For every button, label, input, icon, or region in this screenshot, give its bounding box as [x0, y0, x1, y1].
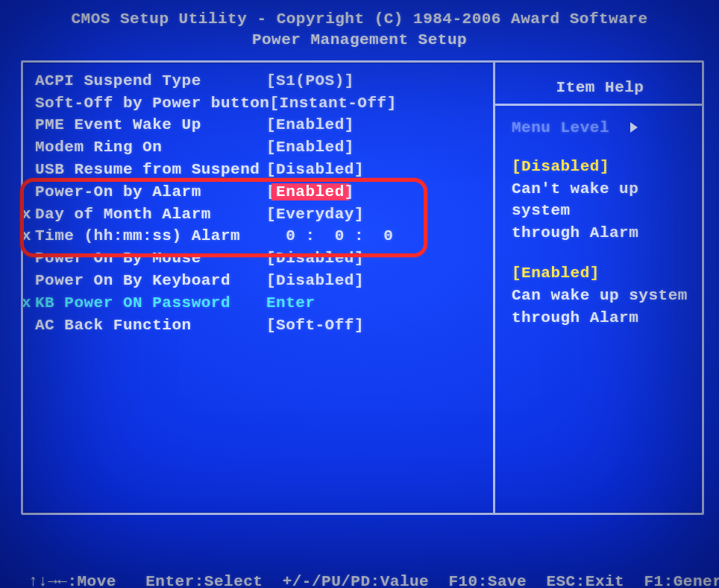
setting-day-of-month-alarm[interactable]: x Day of Month Alarm [Everyday] — [35, 203, 489, 226]
setting-acpi-suspend-type[interactable]: ACPI Suspend Type [S1(POS)] — [35, 70, 489, 92]
chevron-right-icon — [630, 122, 638, 133]
setting-pme-event-wakeup[interactable]: PME Event Wake Up [Enabled] — [35, 114, 489, 136]
setting-label: Day of Month Alarm — [35, 203, 266, 226]
setting-label: Power-On by Alarm — [35, 181, 266, 203]
setting-value: [Enabled] — [266, 114, 354, 136]
setting-power-on-by-mouse[interactable]: Power On By Mouse [Disabled] — [35, 247, 489, 270]
setting-modem-ring-on[interactable]: Modem Ring On [Enabled] — [35, 136, 489, 159]
setting-value: [Everyday] — [266, 203, 364, 226]
menu-level-label: Menu Level — [512, 119, 609, 136]
header-title-2: Power Management Setup — [7, 30, 712, 51]
bios-screen: CMOS Setup Utility - Copyright (C) 1984-… — [0, 0, 719, 588]
setting-usb-resume[interactable]: USB Resume from Suspend [Disabled] — [35, 159, 489, 181]
setting-label: Time (hh:mm:ss) Alarm — [35, 225, 266, 247]
setting-time-alarm[interactable]: x Time (hh:mm:ss) Alarm 0 : 0 : 0 — [35, 225, 489, 247]
help-title: Item Help — [512, 79, 688, 96]
help-disabled-label: [Disabled] — [512, 156, 688, 178]
setting-value: [Disabled] — [266, 159, 364, 181]
setting-soft-off[interactable]: Soft-Off by Power button [Instant-Off] — [35, 92, 489, 115]
setting-ac-back-function[interactable]: AC Back Function [Soft-Off] — [35, 314, 489, 337]
setting-label: ACPI Suspend Type — [35, 70, 266, 92]
setting-value: [Soft-Off] — [266, 314, 364, 337]
setting-label: AC Back Function — [35, 314, 266, 337]
sub-prefix: x — [22, 292, 35, 314]
setting-value: [Enabled] — [266, 136, 354, 159]
setting-value: [Disabled] — [266, 270, 364, 292]
help-disabled-block: [Disabled] Can't wake up system through … — [512, 156, 688, 244]
sub-prefix: x — [22, 203, 35, 226]
setting-value: Enter — [266, 292, 315, 314]
settings-pane: ACPI Suspend Type [S1(POS)] Soft-Off by … — [23, 63, 495, 513]
setting-label: KB Power ON Password — [35, 292, 266, 314]
setting-label: Power On By Keyboard — [35, 270, 266, 292]
setting-power-on-by-alarm[interactable]: Power-On by Alarm [Enabled] — [35, 181, 489, 203]
setting-label: Power On By Mouse — [35, 247, 266, 270]
help-disabled-line1: Can't wake up system — [512, 178, 688, 223]
header-title-1: CMOS Setup Utility - Copyright (C) 1984-… — [7, 9, 712, 30]
sub-prefix: x — [22, 225, 35, 247]
footer-hints: ↑↓→←:Move Enter:Select +/-/PU/PD:Value F… — [7, 515, 712, 588]
setting-label: PME Event Wake Up — [35, 114, 266, 136]
menu-level: Menu Level — [512, 119, 688, 136]
help-enabled-line1: Can wake up system — [512, 285, 688, 307]
help-enabled-label: [Enabled] — [512, 262, 688, 285]
footer-line-1: ↑↓→←:Move Enter:Select +/-/PU/PD:Value F… — [28, 571, 704, 588]
selected-value: Enabled — [271, 183, 349, 200]
setting-value: [S1(POS)] — [266, 70, 354, 92]
setting-kb-power-on-password: x KB Power ON Password Enter — [35, 292, 489, 314]
main-frame: ACPI Suspend Type [S1(POS)] Soft-Off by … — [21, 60, 704, 515]
setting-value: [Disabled] — [266, 247, 364, 270]
setting-label: USB Resume from Suspend — [35, 159, 266, 181]
help-enabled-line2: through Alarm — [512, 307, 688, 329]
help-pane: Item Help Menu Level [Disabled] Can't wa… — [495, 63, 702, 513]
setting-label: Soft-Off by Power button — [35, 92, 269, 115]
setting-label: Modem Ring On — [35, 136, 266, 159]
header: CMOS Setup Utility - Copyright (C) 1984-… — [7, 6, 712, 56]
help-disabled-line2: through Alarm — [512, 222, 688, 244]
setting-value: [Instant-Off] — [269, 92, 396, 115]
setting-value: 0 : 0 : 0 — [266, 225, 393, 247]
setting-power-on-by-keyboard[interactable]: Power On By Keyboard [Disabled] — [35, 270, 489, 292]
setting-value: [Enabled] — [266, 181, 354, 203]
help-enabled-block: [Enabled] Can wake up system through Ala… — [512, 262, 688, 329]
help-separator — [495, 104, 702, 106]
